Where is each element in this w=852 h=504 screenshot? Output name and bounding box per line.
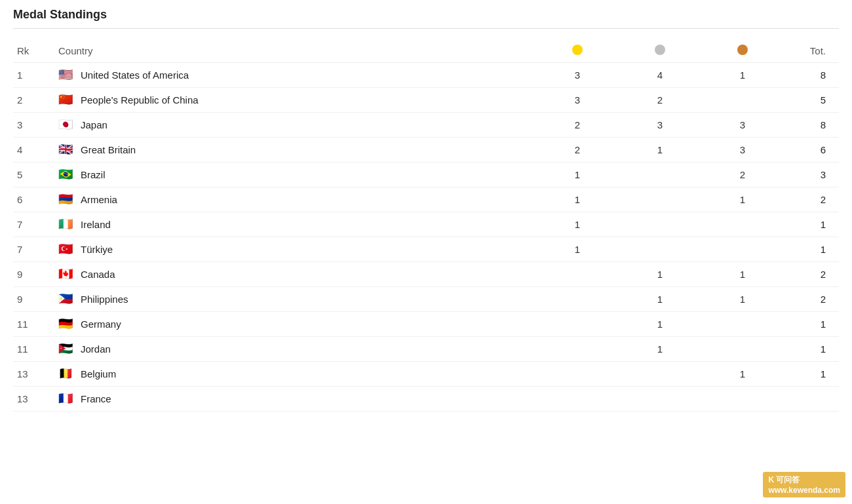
cell-silver <box>619 237 701 262</box>
cell-total: 1 <box>784 362 839 387</box>
cell-total: 6 <box>784 138 839 163</box>
cell-silver <box>619 212 701 237</box>
table-row: 5🇧🇷Brazil123 <box>13 163 839 187</box>
page-wrapper: Medal Standings Rk Country Tot. 1🇺🇸Unite… <box>0 0 852 419</box>
cell-rank: 11 <box>13 312 54 337</box>
cell-total <box>784 387 839 412</box>
table-row: 7🇹🇷Türkiye11 <box>13 237 839 262</box>
cell-total: 2 <box>784 262 839 287</box>
cell-rank: 2 <box>13 88 54 113</box>
cell-country: 🇩🇪Germany <box>54 312 536 336</box>
cell-country: 🇺🇸United States of America <box>54 63 536 87</box>
table-body: 1🇺🇸United States of America34182🇨🇳People… <box>13 63 839 412</box>
cell-bronze: 1 <box>701 63 784 88</box>
country-name: Armenia <box>81 194 117 205</box>
cell-silver <box>619 362 701 387</box>
cell-silver <box>619 163 701 187</box>
cell-rank: 4 <box>13 138 54 163</box>
cell-total: 5 <box>784 88 839 113</box>
flag-icon: 🇩🇪 <box>58 319 75 330</box>
header-country: Country <box>54 39 536 63</box>
table-row: 4🇬🇧Great Britain2136 <box>13 138 839 163</box>
cell-gold: 3 <box>536 88 619 113</box>
table-row: 11🇩🇪Germany11 <box>13 312 839 337</box>
flag-icon: 🇺🇸 <box>58 69 75 81</box>
cell-total: 3 <box>784 163 839 187</box>
cell-gold <box>536 387 619 412</box>
table-row: 6🇦🇲Armenia112 <box>13 187 839 212</box>
silver-medal-icon <box>655 45 665 55</box>
cell-country: 🇬🇧Great Britain <box>54 138 536 162</box>
cell-rank: 7 <box>13 237 54 262</box>
cell-silver: 2 <box>619 88 701 113</box>
flag-icon: 🇮🇪 <box>58 219 75 230</box>
cell-silver <box>619 187 701 212</box>
cell-total: 8 <box>784 113 839 138</box>
table-row: 13🇧🇪Belgium11 <box>13 362 839 387</box>
medal-standings-table: Rk Country Tot. 1🇺🇸United States of Amer… <box>13 39 839 412</box>
cell-silver: 4 <box>619 63 701 88</box>
country-name: Germany <box>81 319 121 330</box>
table-row: 13🇫🇷France <box>13 387 839 412</box>
cell-rank: 5 <box>13 163 54 187</box>
country-name: Jordan <box>81 343 111 355</box>
flag-icon: 🇯🇴 <box>58 343 75 355</box>
cell-rank: 9 <box>13 262 54 287</box>
cell-gold <box>536 337 619 362</box>
country-name: Canada <box>81 269 115 280</box>
header-rank: Rk <box>13 39 54 63</box>
cell-gold <box>536 287 619 312</box>
country-name: Brazil <box>81 169 106 180</box>
cell-silver: 1 <box>619 287 701 312</box>
flag-icon: 🇫🇷 <box>58 393 75 404</box>
flag-icon: 🇨🇳 <box>58 94 75 106</box>
flag-icon: 🇨🇦 <box>58 269 75 280</box>
cell-country: 🇧🇪Belgium <box>54 362 536 386</box>
cell-gold: 2 <box>536 138 619 163</box>
bronze-medal-icon <box>737 45 748 55</box>
table-row: 9🇨🇦Canada112 <box>13 262 839 287</box>
cell-bronze: 1 <box>701 362 784 387</box>
country-name: Belgium <box>81 368 116 379</box>
cell-gold: 3 <box>536 63 619 88</box>
flag-icon: 🇯🇵 <box>58 119 75 130</box>
page-title: Medal Standings <box>13 8 839 29</box>
table-row: 2🇨🇳People's Republic of China325 <box>13 88 839 113</box>
cell-rank: 13 <box>13 387 54 412</box>
cell-gold: 1 <box>536 237 619 262</box>
cell-gold <box>536 262 619 287</box>
cell-bronze <box>701 88 784 113</box>
cell-total: 2 <box>784 287 839 312</box>
country-name: People's Republic of China <box>81 94 199 106</box>
cell-gold: 1 <box>536 187 619 212</box>
cell-bronze <box>701 237 784 262</box>
country-name: France <box>81 393 111 404</box>
cell-rank: 7 <box>13 212 54 237</box>
watermark: K 可问答www.kewenda.com <box>763 472 845 497</box>
country-name: Philippines <box>81 294 128 305</box>
cell-total: 1 <box>784 337 839 362</box>
cell-rank: 6 <box>13 187 54 212</box>
cell-country: 🇮🇪Ireland <box>54 212 536 237</box>
cell-silver: 1 <box>619 312 701 337</box>
header-silver <box>619 39 701 63</box>
gold-medal-icon <box>572 45 583 55</box>
cell-country: 🇨🇳People's Republic of China <box>54 88 536 112</box>
country-name: United States of America <box>81 69 189 81</box>
flag-icon: 🇬🇧 <box>58 144 75 155</box>
cell-bronze <box>701 212 784 237</box>
header-gold <box>536 39 619 63</box>
cell-country: 🇦🇲Armenia <box>54 187 536 212</box>
country-name: Türkiye <box>81 244 113 255</box>
cell-bronze: 1 <box>701 187 784 212</box>
cell-bronze <box>701 387 784 412</box>
flag-icon: 🇧🇪 <box>58 368 75 379</box>
country-name: Ireland <box>81 219 111 230</box>
table-row: 1🇺🇸United States of America3418 <box>13 63 839 88</box>
table-row: 3🇯🇵Japan2338 <box>13 113 839 138</box>
cell-total: 8 <box>784 63 839 88</box>
cell-country: 🇫🇷France <box>54 387 536 411</box>
header-total: Tot. <box>784 39 839 63</box>
cell-bronze: 2 <box>701 163 784 187</box>
country-name: Japan <box>81 119 107 130</box>
